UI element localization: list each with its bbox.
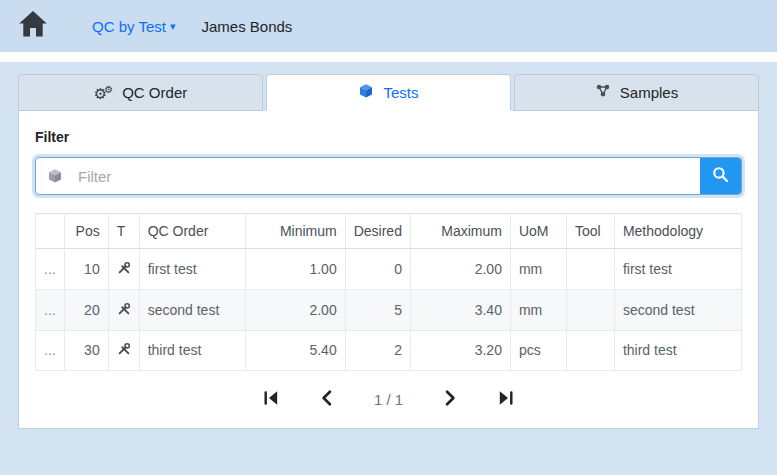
tab-tests[interactable]: Tests — [266, 74, 511, 111]
cell-minimum: 5.40 — [245, 330, 345, 371]
tools-icon — [117, 302, 131, 319]
cell-type — [108, 330, 139, 371]
gears-icon: ⚙⚙ — [94, 85, 113, 101]
pagination: 1 / 1 — [35, 389, 742, 410]
cell-desired: 5 — [345, 289, 410, 330]
cell-tool — [566, 249, 614, 290]
col-header-uom: UoM — [510, 214, 566, 249]
col-header-ellipsis — [36, 214, 65, 249]
tools-icon — [117, 342, 131, 359]
cell-uom: mm — [510, 289, 566, 330]
samples-molecule-icon — [595, 83, 611, 102]
table-row[interactable]: ... 20 second test 2.00 5 3.40 mm second… — [36, 289, 742, 330]
filter-input[interactable] — [74, 158, 700, 194]
tab-samples[interactable]: Samples — [514, 74, 759, 111]
cell-desired: 2 — [345, 330, 410, 371]
tab-bar: ⚙⚙ QC Order Tests Sam — [18, 74, 759, 111]
cell-uom: pcs — [510, 330, 566, 371]
col-header-methodology: Methodology — [614, 214, 741, 249]
cell-desired: 0 — [345, 249, 410, 290]
first-page-button[interactable] — [262, 389, 280, 410]
previous-page-button[interactable] — [318, 389, 336, 410]
tab-qc-order[interactable]: ⚙⚙ QC Order — [18, 74, 263, 111]
col-header-pos: Pos — [64, 214, 108, 249]
caret-down-icon: ▾ — [170, 20, 176, 33]
cell-maximum: 2.00 — [410, 249, 510, 290]
tab-samples-label: Samples — [620, 84, 678, 101]
cell-pos: 30 — [64, 330, 108, 371]
col-header-tool: Tool — [566, 214, 614, 249]
chevron-right-icon — [441, 389, 459, 410]
cell-type — [108, 249, 139, 290]
table-header-row: Pos T QC Order Minimum Desired Maximum U… — [36, 214, 742, 249]
col-header-minimum: Minimum — [245, 214, 345, 249]
table-row[interactable]: ... 10 first test 1.00 0 2.00 mm first t… — [36, 249, 742, 290]
search-button[interactable] — [700, 158, 741, 194]
chevron-left-icon — [318, 389, 336, 410]
search-icon — [712, 166, 729, 186]
home-icon — [18, 10, 48, 42]
cell-maximum: 3.40 — [410, 289, 510, 330]
page-indicator: 1 / 1 — [374, 391, 403, 408]
cell-type — [108, 289, 139, 330]
cell-qc-order: second test — [139, 289, 245, 330]
cell-pos: 20 — [64, 289, 108, 330]
cell-minimum: 2.00 — [245, 289, 345, 330]
tab-qc-order-label: QC Order — [122, 84, 187, 101]
skip-to-first-icon — [262, 389, 280, 410]
cube-icon — [358, 83, 374, 102]
cell-tool — [566, 330, 614, 371]
row-menu-ellipsis[interactable]: ... — [36, 249, 65, 290]
top-bar: QC by Test ▾ James Bonds — [0, 0, 777, 52]
filter-input-group — [35, 157, 742, 195]
cell-methodology: second test — [614, 289, 741, 330]
row-menu-ellipsis[interactable]: ... — [36, 330, 65, 371]
next-page-button[interactable] — [441, 389, 459, 410]
tab-tests-label: Tests — [383, 84, 418, 101]
user-name: James Bonds — [201, 18, 292, 35]
last-page-button[interactable] — [497, 389, 515, 410]
cell-methodology: third test — [614, 330, 741, 371]
col-header-t: T — [108, 214, 139, 249]
cell-pos: 10 — [64, 249, 108, 290]
row-menu-ellipsis[interactable]: ... — [36, 289, 65, 330]
cell-uom: mm — [510, 249, 566, 290]
content-section: ⚙⚙ QC Order Tests Sam — [0, 62, 777, 475]
cell-maximum: 3.20 — [410, 330, 510, 371]
cell-qc-order: third test — [139, 330, 245, 371]
col-header-desired: Desired — [345, 214, 410, 249]
cube-icon — [36, 158, 74, 194]
menu-label: QC by Test — [92, 18, 166, 35]
col-header-qc-order: QC Order — [139, 214, 245, 249]
tools-icon — [117, 261, 131, 278]
col-header-maximum: Maximum — [410, 214, 510, 249]
skip-to-last-icon — [497, 389, 515, 410]
cell-minimum: 1.00 — [245, 249, 345, 290]
tests-panel: Filter — [18, 111, 759, 429]
tests-table: Pos T QC Order Minimum Desired Maximum U… — [35, 213, 742, 371]
home-button[interactable] — [18, 10, 48, 42]
cell-tool — [566, 289, 614, 330]
filter-title: Filter — [35, 129, 742, 145]
cell-methodology: first test — [614, 249, 741, 290]
table-row[interactable]: ... 30 third test 5.40 2 3.20 pcs third … — [36, 330, 742, 371]
cell-qc-order: first test — [139, 249, 245, 290]
qc-by-test-menu[interactable]: QC by Test ▾ — [92, 18, 175, 35]
